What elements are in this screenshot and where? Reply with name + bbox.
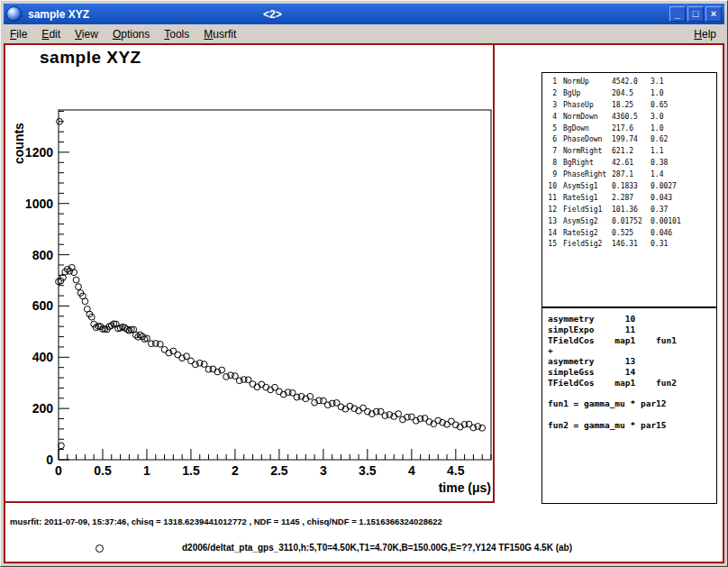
svg-text:3: 3 <box>320 463 327 478</box>
menu-item-options[interactable]: Options <box>113 28 150 41</box>
window-controls: _ □ × <box>669 6 722 22</box>
x-axis-title: time (μs) <box>439 480 491 495</box>
theory-text: asymmetry 10 simplExpo 11 TFieldCos map1… <box>548 314 716 431</box>
menu-item-tools[interactable]: Tools <box>164 28 189 41</box>
y-axis-title: counts <box>12 123 26 164</box>
parameter-row: 3PhaseUp18.250.65 <box>546 100 716 112</box>
svg-text:0.5: 0.5 <box>94 463 112 478</box>
svg-text:3.5: 3.5 <box>359 463 377 478</box>
maximize-button[interactable]: □ <box>687 6 704 22</box>
menu-item-help[interactable]: Help <box>694 28 716 41</box>
parameter-row: 10AsymSig10.18330.0027 <box>546 181 716 193</box>
parameter-table: 1NormUp4542.03.12BgUp204.51.03PhaseUp18.… <box>546 77 716 251</box>
parameter-row: 8BgRight42.610.38 <box>546 158 716 169</box>
theory-pad: asymmetry 10 simplExpo 11 TFieldCos map1… <box>541 307 717 504</box>
parameter-row: 6PhaseDown199.740.62 <box>546 134 716 146</box>
svg-text:0: 0 <box>46 453 53 467</box>
parameter-row: 7NormRight621.21.1 <box>546 146 716 158</box>
application-window: sample XYZ <2> _ □ × FileEditViewOptions… <box>0 0 728 567</box>
close-button[interactable]: × <box>705 6 722 22</box>
parameter-row: 12FieldSig1101.360.37 <box>546 205 716 216</box>
root-canvas: 00.511.522.533.544.502004006008001000120… <box>4 43 724 563</box>
menu-items: FileEditViewOptionsToolsMusrfit <box>10 28 250 41</box>
svg-text:400: 400 <box>32 350 54 364</box>
svg-text:4: 4 <box>408 463 415 478</box>
svg-text:600: 600 <box>32 298 54 313</box>
fit-statistics: musrfit: 2011-07-09, 15:37:46, chisq = 1… <box>10 517 442 526</box>
minimize-button[interactable]: _ <box>669 6 686 22</box>
svg-text:800: 800 <box>32 248 54 262</box>
svg-text:1200: 1200 <box>25 145 53 160</box>
svg-text:1: 1 <box>143 463 150 478</box>
svg-text:1.5: 1.5 <box>182 463 200 478</box>
parameter-row: 2BgUp204.51.0 <box>546 88 716 100</box>
graph-pad[interactable]: 00.511.522.533.544.502004006008001000120… <box>5 45 495 503</box>
data-points <box>56 118 486 448</box>
menu-item-edit[interactable]: Edit <box>41 28 60 41</box>
canvas-title: sample XYZ <box>40 48 141 68</box>
plot-canvas[interactable]: 00.511.522.533.544.502004006008001000120… <box>5 45 493 501</box>
legend-label: d2006/deltat_pta_gps_3110,h:5,T0=4.50K,T… <box>182 543 572 553</box>
legend-marker-icon <box>96 544 104 553</box>
parameter-row: 13AsymSig20.017520.00101 <box>546 216 716 228</box>
window-title: sample XYZ <box>28 8 89 21</box>
plot-axes <box>59 110 491 460</box>
title-bar: sample XYZ <2> _ □ × <box>4 4 724 24</box>
parameter-row: 15FieldSig2146.310.31 <box>546 239 716 251</box>
menu-item-view[interactable]: View <box>75 28 98 41</box>
parameter-row: 9PhaseRight287.11.4 <box>546 169 716 181</box>
menu-item-musrfit[interactable]: Musrfit <box>204 28 236 41</box>
svg-text:0: 0 <box>55 463 62 478</box>
svg-text:2: 2 <box>232 463 239 478</box>
svg-text:1000: 1000 <box>25 197 53 211</box>
window-subtitle: <2> <box>263 8 282 21</box>
app-icon <box>6 6 22 22</box>
parameter-row: 5BgDown217.61.0 <box>546 123 716 135</box>
svg-text:200: 200 <box>32 401 54 416</box>
parameter-row: 4NormDown4360.53.0 <box>546 112 716 123</box>
menu-bar: FileEditViewOptionsToolsMusrfit Help <box>4 24 724 43</box>
parameter-row: 1NormUp4542.03.1 <box>546 77 716 88</box>
parameter-pad: 1NormUp4542.03.12BgUp204.51.03PhaseUp18.… <box>541 72 717 307</box>
svg-text:2.5: 2.5 <box>270 463 288 478</box>
parameter-row: 14RateSig20.5250.046 <box>546 228 716 240</box>
parameter-row: 11RateSig12.2870.043 <box>546 193 716 205</box>
menu-item-file[interactable]: File <box>10 28 27 41</box>
svg-text:4.5: 4.5 <box>447 463 465 478</box>
